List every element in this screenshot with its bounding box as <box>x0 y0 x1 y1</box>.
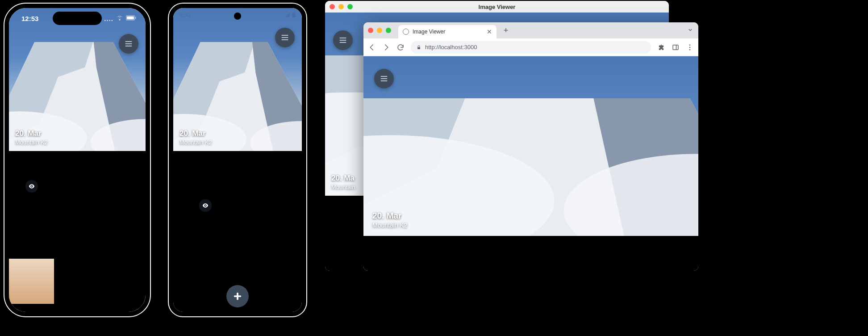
back-icon <box>368 43 376 51</box>
hamburger-icon <box>280 33 289 42</box>
url-field[interactable]: http://localhost:3000 <box>411 41 651 54</box>
reload-button[interactable] <box>396 43 405 51</box>
thumbnail[interactable] <box>238 259 302 312</box>
url-text: http://localhost:3000 <box>425 44 477 50</box>
lock-icon <box>416 45 421 50</box>
browser-app: 20. Mar Mountain K2 <box>363 56 698 271</box>
thumbnail-selected[interactable] <box>9 151 54 196</box>
battery-icon <box>292 12 296 19</box>
svg-rect-12 <box>293 12 295 13</box>
hero-title: Mountain <box>331 184 355 190</box>
hero-date: 20. Mar <box>179 129 212 138</box>
traffic-lights[interactable] <box>330 4 353 9</box>
thumbnail[interactable] <box>100 259 146 304</box>
plus-icon <box>233 291 242 301</box>
forward-button[interactable] <box>382 43 390 51</box>
fab-add-button[interactable] <box>226 285 249 307</box>
iphone-device: 12:53 .... 20. Mar Mountain K2 <box>4 4 150 316</box>
menu-button[interactable] <box>275 28 295 47</box>
side-panel-button[interactable] <box>672 43 680 51</box>
thumbnail-grid <box>9 151 146 312</box>
thumbnail-grid <box>363 236 698 271</box>
forward-icon <box>382 43 390 51</box>
svg-rect-11 <box>292 12 295 17</box>
thumbnail[interactable] <box>9 259 54 304</box>
globe-icon <box>403 29 409 35</box>
wifi-icon <box>116 15 123 22</box>
minimize-window-button[interactable] <box>338 4 344 9</box>
thumbnail[interactable] <box>497 236 564 271</box>
hero-image[interactable]: 20. Mar Mountain K2 <box>363 56 698 236</box>
thumbnail[interactable] <box>54 205 100 250</box>
eye-icon <box>28 183 35 190</box>
hamburger-icon <box>338 36 347 45</box>
hero-title: Mountain K2 <box>15 139 48 146</box>
browser-menu-button[interactable] <box>686 43 694 51</box>
status-time: 9:30 <box>179 12 190 18</box>
maximize-window-button[interactable] <box>347 4 353 9</box>
close-window-button[interactable] <box>330 4 335 9</box>
iphone-notch <box>53 12 102 25</box>
iphone-app: 20. Mar Mountain K2 <box>9 8 146 312</box>
svg-point-18 <box>689 49 691 50</box>
dots-icon: .... <box>104 15 113 22</box>
menu-button[interactable] <box>374 69 394 88</box>
extensions-button[interactable] <box>657 43 665 51</box>
viewing-indicator <box>25 180 38 193</box>
hero-title: Mountain K2 <box>372 222 408 229</box>
svg-point-17 <box>689 46 691 48</box>
thumbnail[interactable] <box>632 236 698 271</box>
minimize-window-button[interactable] <box>377 28 382 33</box>
kebab-icon <box>686 43 694 51</box>
svg-rect-10 <box>135 17 136 19</box>
thumbnail[interactable] <box>54 259 100 304</box>
hero-image[interactable]: 20. Mar Mountain K2 <box>173 8 302 151</box>
hero-date: 20. Mar <box>15 129 48 138</box>
thumbnail[interactable] <box>100 151 146 196</box>
android-camera-punch <box>234 13 241 20</box>
thumbnail[interactable] <box>54 151 100 196</box>
tab-title: Image Viewer <box>413 29 445 35</box>
maximize-window-button[interactable] <box>386 28 391 33</box>
hamburger-icon <box>380 74 388 83</box>
android-device: 9:30 20. Mar Mountain K2 <box>169 4 306 316</box>
reload-icon <box>396 43 405 51</box>
thumbnail[interactable] <box>173 259 238 312</box>
side-panel-icon <box>672 43 680 51</box>
window-title: Image Viewer <box>479 4 516 10</box>
status-time: 12:53 <box>21 15 38 22</box>
back-button[interactable] <box>368 43 376 51</box>
hero-date: 20. Ma <box>331 174 355 183</box>
browser-toolbar: http://localhost:3000 <box>363 38 698 56</box>
browser-tab-strip: Image Viewer ✕ + <box>363 22 698 38</box>
menu-button[interactable] <box>119 34 138 54</box>
hamburger-icon <box>124 39 133 48</box>
svg-rect-13 <box>417 47 420 49</box>
traffic-lights[interactable] <box>368 28 391 33</box>
close-window-button[interactable] <box>368 28 373 33</box>
tab-list-button[interactable] <box>688 27 693 34</box>
chevron-down-icon <box>688 27 693 33</box>
svg-rect-9 <box>127 17 134 20</box>
thumbnail[interactable] <box>9 205 54 250</box>
mac-title-bar[interactable]: Image Viewer <box>325 1 669 13</box>
signal-icon <box>285 12 290 19</box>
hero-image[interactable]: 20. Mar Mountain K2 <box>9 8 146 151</box>
puzzle-icon <box>657 43 665 51</box>
thumbnail[interactable] <box>100 205 146 250</box>
android-app: 20. Mar Mountain K2 <box>173 8 302 312</box>
menu-button[interactable] <box>333 30 353 50</box>
thumbnail[interactable] <box>430 236 497 271</box>
close-tab-button[interactable]: ✕ <box>487 28 492 35</box>
browser-tab[interactable]: Image Viewer ✕ <box>398 25 497 38</box>
thumbnail[interactable] <box>565 236 631 271</box>
hero-date: 20. Mar <box>372 211 408 221</box>
new-tab-button[interactable]: + <box>500 25 512 36</box>
hero-title: Mountain K2 <box>179 139 212 146</box>
battery-icon <box>126 15 137 22</box>
thumbnail[interactable] <box>363 236 430 271</box>
svg-point-16 <box>689 44 691 46</box>
browser-window: Image Viewer ✕ + http://localhost:3000 2… <box>363 22 698 271</box>
svg-rect-14 <box>673 45 678 50</box>
